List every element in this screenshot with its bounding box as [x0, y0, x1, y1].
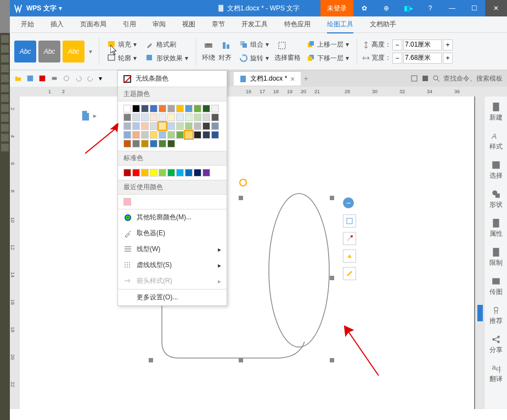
menu-insert[interactable]: 插入	[50, 20, 64, 29]
app-logo-icon	[13, 3, 23, 13]
sp-img[interactable]: 传图	[489, 276, 503, 297]
sp-limit[interactable]: 限制	[489, 247, 503, 268]
preview-icon[interactable]	[63, 75, 70, 82]
sp-style[interactable]: A样式	[489, 131, 503, 151]
color-swatch[interactable]	[194, 105, 201, 112]
color-swatch[interactable]	[176, 105, 184, 112]
height-input[interactable]	[403, 39, 442, 50]
more-settings-option[interactable]: 更多设置(O)...	[118, 290, 227, 305]
color-swatch[interactable]	[123, 105, 131, 112]
menu-layout[interactable]: 页面布局	[80, 20, 106, 29]
handle-tr[interactable]	[330, 196, 334, 200]
combine-button[interactable]: 组合 ▾	[236, 39, 272, 50]
shape-minus-icon[interactable]: −	[343, 197, 354, 208]
other-colors-option[interactable]: 其他轮廓颜色(M)...	[118, 209, 227, 225]
handle-tm[interactable]	[239, 196, 243, 200]
down-layer-button[interactable]: 下移一层 ▾	[303, 53, 352, 64]
width-minus[interactable]: −	[392, 53, 402, 64]
menu-chapter[interactable]: 章节	[212, 20, 225, 29]
rotate-button[interactable]: 旋转 ▾	[236, 53, 272, 64]
height-plus[interactable]: +	[443, 39, 453, 50]
sp-rec[interactable]: 推荐	[489, 305, 503, 326]
width-plus[interactable]: +	[443, 53, 453, 64]
up-layer-button[interactable]: 上移一层 ▾	[303, 39, 352, 50]
skin-icon[interactable]: ◧▸	[397, 0, 419, 16]
menu-assist[interactable]: 文档助手	[370, 20, 396, 29]
search-icon[interactable]	[432, 75, 440, 82]
style-dropdown[interactable]: ▾	[87, 41, 94, 63]
mode-icon[interactable]	[410, 75, 418, 82]
no-line-option[interactable]: 无线条颜色	[118, 71, 227, 87]
arrow-option[interactable]: 箭头样式(R)▸	[118, 273, 227, 289]
linetype-option[interactable]: 线型(W)▸	[118, 241, 227, 257]
align-button[interactable]	[218, 40, 234, 51]
menu-special[interactable]: 特色应用	[284, 20, 311, 29]
menu-dev[interactable]: 开发工具	[241, 20, 268, 29]
open-icon[interactable]	[14, 75, 22, 82]
shape-tool-2[interactable]	[343, 232, 356, 245]
theme-colors-header: 主题颜色	[118, 87, 227, 101]
brush-button[interactable]: 格式刷	[142, 39, 191, 50]
new-tab-button[interactable]: +	[301, 74, 312, 83]
style-preset-3[interactable]: Abc	[63, 41, 84, 63]
color-swatch[interactable]	[141, 105, 149, 112]
login-button[interactable]: 未登录	[320, 0, 353, 16]
sp-prop[interactable]: 属性	[489, 218, 503, 239]
shape-tool-1[interactable]	[343, 214, 356, 228]
sp-shape[interactable]: 形状	[489, 189, 503, 209]
sp-select[interactable]: 选择	[489, 160, 503, 180]
color-swatch[interactable]	[202, 105, 210, 112]
handle-mr[interactable]	[330, 276, 334, 280]
save-icon[interactable]	[26, 75, 34, 82]
handle-br[interactable]	[330, 358, 334, 362]
shape-tool-4[interactable]	[343, 267, 356, 280]
handle-bl[interactable]	[149, 358, 153, 362]
handle-bm[interactable]	[239, 358, 243, 362]
menu-review[interactable]: 审阅	[153, 20, 166, 29]
print-icon[interactable]	[50, 75, 58, 82]
color-swatch[interactable]	[185, 105, 193, 112]
selpane-button[interactable]	[274, 40, 301, 51]
style-preset-1[interactable]: Abc	[14, 41, 36, 63]
undo-icon[interactable]	[75, 75, 82, 82]
scroll-thumb[interactable]	[477, 305, 483, 321]
sp-trans[interactable]: a中翻译	[489, 364, 503, 384]
fill-button[interactable]: 填充 ▾	[104, 39, 140, 50]
recent-color-swatch[interactable]	[123, 198, 131, 206]
sp-new[interactable]: 新建	[489, 102, 503, 122]
svg-rect-13	[308, 56, 312, 61]
wrap-button[interactable]	[201, 40, 216, 51]
menu-start[interactable]: 开始	[21, 20, 34, 29]
help-icon[interactable]: ?	[419, 0, 441, 16]
outline-button[interactable]: 轮廓 ▾	[104, 53, 140, 64]
sp-share[interactable]: 分享	[489, 334, 503, 355]
width-input[interactable]	[403, 53, 442, 64]
close-button[interactable]: ✕	[485, 0, 507, 16]
search-input[interactable]: 查找命令、搜索模板	[443, 74, 503, 83]
settings-icon[interactable]: ✿	[353, 0, 375, 16]
menu-ref[interactable]: 引用	[123, 20, 136, 29]
doc-tab-2[interactable]: 文档1.docx *×	[234, 71, 301, 86]
style-preset-2[interactable]: Abc	[38, 41, 60, 63]
pin-icon[interactable]	[421, 75, 429, 82]
plus-icon[interactable]: ⊕	[375, 0, 397, 16]
color-swatch[interactable]	[167, 105, 175, 112]
tab-close-icon[interactable]: ×	[290, 75, 295, 83]
rotate-handle[interactable]	[239, 178, 247, 189]
color-swatch[interactable]	[150, 105, 157, 112]
color-swatch[interactable]	[132, 105, 140, 112]
menu-view[interactable]: 视图	[182, 20, 195, 29]
menu-draw[interactable]: 绘图工具	[327, 20, 353, 33]
shape-tool-3[interactable]	[343, 249, 356, 263]
picker-option[interactable]: 取色器(E)	[118, 225, 227, 241]
maximize-button[interactable]: ☐	[463, 0, 485, 16]
convert-icon[interactable]	[38, 75, 46, 82]
height-minus[interactable]: −	[392, 39, 402, 50]
dash-option[interactable]: 虚线线型(S)▸	[118, 257, 227, 273]
theme-palette	[118, 101, 227, 151]
redo-icon[interactable]	[87, 75, 94, 82]
minimize-button[interactable]: —	[441, 0, 463, 16]
shape-effect-button[interactable]: 形状效果 ▾	[142, 53, 191, 64]
recent-colors-header: 最近使用颜色	[118, 180, 227, 195]
color-swatch[interactable]	[159, 105, 166, 112]
